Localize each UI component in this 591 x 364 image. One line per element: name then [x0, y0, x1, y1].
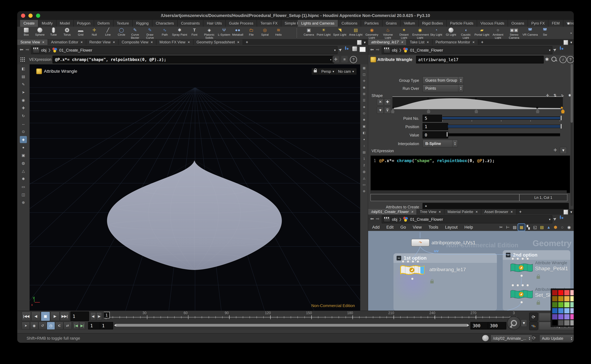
tab-render-view[interactable]: Render View✕	[86, 39, 119, 45]
tool-grid[interactable]: Grid	[74, 27, 87, 39]
color-swatch[interactable]	[558, 308, 564, 313]
tool-camera[interactable]: ▣Camera	[302, 27, 316, 39]
tool-vr-camera[interactable]: ◚VR Camera	[522, 27, 538, 39]
close-icon[interactable]: ✕	[427, 40, 429, 44]
path-root[interactable]: obj	[392, 217, 397, 222]
tool-font[interactable]: TFont	[188, 27, 201, 39]
pointer-options-icon[interactable]: ➤	[22, 322, 30, 330]
display-option-icon[interactable]: ◧	[361, 130, 367, 136]
display-option-icon[interactable]: ⊕	[361, 188, 367, 194]
update-mode-dropdown[interactable]: Auto Update▲▼	[539, 335, 574, 342]
checker-icon[interactable]: ▚	[525, 224, 532, 231]
memory-brain-icon[interactable]	[482, 335, 489, 341]
node-set-shape[interactable]	[510, 288, 533, 300]
ramp-delete-point-button[interactable]: ✕	[377, 98, 384, 105]
tab-motion-fx-view[interactable]: Motion FX View✕	[156, 39, 194, 45]
playhead[interactable]: 1	[104, 312, 110, 318]
display-option-icon[interactable]: ◫	[361, 72, 367, 77]
info-icon[interactable]: i	[559, 56, 567, 63]
color-swatch[interactable]	[558, 296, 564, 301]
menu-edit[interactable]: Edit	[386, 225, 394, 230]
color-swatch[interactable]	[570, 302, 574, 307]
shelf-tab-modify[interactable]: Modify	[38, 20, 56, 27]
node-plus-icon[interactable]: ✛	[552, 147, 558, 153]
tool-gi-light[interactable]: GI Light	[444, 27, 458, 39]
add-pane-tab-icon[interactable]: +	[516, 209, 524, 214]
view-tool-icon[interactable]: ◧	[20, 65, 27, 72]
menu-tools[interactable]: Tools	[429, 225, 438, 230]
run-over-dropdown[interactable]: Points▲▼	[423, 84, 464, 92]
camera-select-button[interactable]: No cam▾	[335, 68, 357, 75]
viewport-lock-button[interactable]	[312, 68, 319, 75]
path-chevron-icon[interactable]: ▾	[549, 217, 551, 221]
menu-view[interactable]: View	[413, 225, 422, 230]
ramp-widget[interactable]	[392, 97, 563, 109]
display-option-icon[interactable]: 1	[361, 156, 367, 162]
ramp-point-marker[interactable]	[391, 109, 395, 114]
node-name[interactable]: Set_Sh	[535, 292, 552, 298]
range-start-field[interactable]: 1	[88, 322, 101, 329]
snap-tool-icon[interactable]: ●	[20, 144, 27, 151]
pose-tool-icon[interactable]: ⊙	[20, 128, 27, 135]
tab-composite-view[interactable]: Composite View✕	[119, 39, 156, 45]
shelf-tab-model[interactable]: Model	[56, 20, 74, 27]
context-jump-field[interactable]: /obj/02_Animate_...▲▼	[490, 335, 532, 342]
ramp-collapse-button[interactable]: ▼	[377, 107, 384, 114]
lasso-tool-icon[interactable]: ◉	[20, 97, 27, 104]
display-option-icon[interactable]: ◈	[361, 104, 367, 110]
ramp-point-marker-selected[interactable]	[561, 109, 565, 114]
eye-icon[interactable]: ◉	[566, 224, 572, 231]
screen-icon[interactable]	[359, 47, 366, 52]
shelf-tab-terrain-fx[interactable]: Terrain FX	[257, 20, 281, 27]
keyframe-options-icon[interactable]: ⇄	[63, 322, 72, 330]
position-field[interactable]: 1	[423, 123, 448, 130]
shelf-tab-constraints[interactable]: Constraints	[178, 20, 203, 27]
node-attribwrang[interactable]	[400, 264, 425, 276]
shelf-tab-deform[interactable]: Deform	[94, 20, 114, 27]
color-swatch[interactable]	[552, 314, 557, 319]
display-option-icon[interactable]: ✱	[361, 117, 367, 123]
tool-spiral[interactable]: ◎Spiral	[258, 27, 272, 39]
group-type-dropdown[interactable]: Guess from Group▲▼	[423, 76, 464, 84]
add-pane-tab-icon[interactable]: +	[478, 39, 486, 45]
back-arrow-icon[interactable]: ⬅	[19, 47, 24, 52]
magnet-tool-icon[interactable]: ◍	[20, 160, 27, 167]
close-icon[interactable]: ✕	[510, 210, 513, 214]
tool-curve-bezier[interactable]: ✎Curve Bezier	[128, 27, 142, 39]
vex-toolbar-field[interactable]: @P.x*= chramp("shape", relpointbbox(0, @…	[53, 56, 334, 64]
pane-layout-icon[interactable]	[357, 40, 362, 45]
zoom-window-icon[interactable]	[36, 13, 40, 18]
shelf-tab-polygon[interactable]: Polygon	[74, 20, 94, 27]
close-icon[interactable]: ✕	[438, 210, 441, 214]
editor-menu-button[interactable]: ▼	[560, 147, 567, 154]
pane-menu-chevron-icon[interactable]: ▼	[363, 41, 366, 44]
color-swatch[interactable]	[558, 314, 564, 319]
pin-icon[interactable]: ➤	[337, 46, 343, 53]
shelf-tab-fem[interactable]: FEM	[548, 20, 563, 27]
ramp-point-marker[interactable]	[427, 109, 430, 114]
forward-arrow-icon[interactable]: ➡	[375, 47, 380, 52]
range-start-sub-field[interactable]: 1	[100, 322, 113, 329]
node-output[interactable]	[520, 274, 523, 277]
view-cube-icon[interactable]	[352, 46, 357, 51]
menu-layout[interactable]: Layout	[445, 225, 458, 230]
rotate-tool-icon[interactable]: ↻	[20, 112, 27, 119]
key-tool-icon[interactable]: ◫	[20, 191, 27, 198]
realtime-toggle-icon[interactable]: ◷	[47, 322, 55, 330]
tool-metaball[interactable]: ●●Metaball	[231, 27, 244, 39]
notes-icon[interactable]: ▤	[538, 224, 545, 231]
window-layout-icon[interactable]: ◱	[532, 224, 538, 231]
tool-draw-curve[interactable]: ✎Draw Curve	[142, 27, 158, 39]
list-icon[interactable]: ▤	[511, 224, 518, 231]
node-shape-petal[interactable]	[510, 262, 533, 274]
color-swatch[interactable]	[552, 308, 557, 313]
color-swatch[interactable]	[570, 296, 574, 301]
color-swatch[interactable]	[570, 308, 574, 313]
toolbox-grid-icon[interactable]	[20, 57, 25, 62]
vex-code-editor[interactable]: 1@P.x*= chramp("shape", relpointbbox(0, …	[370, 156, 570, 193]
current-frame-field[interactable]: 1	[70, 312, 89, 321]
move-tool-icon[interactable]: ✚	[20, 104, 27, 112]
close-icon[interactable]: ✕	[401, 40, 403, 44]
minimize-window-icon[interactable]	[28, 13, 33, 18]
tab-take-list[interactable]: Take List✕	[407, 39, 432, 45]
